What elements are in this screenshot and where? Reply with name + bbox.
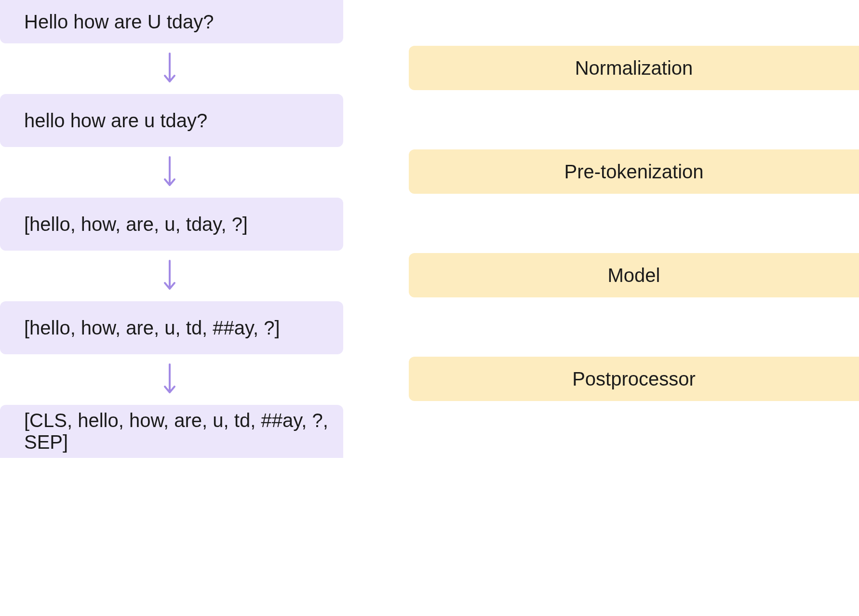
pipeline-box-input: Hello how are U tday? <box>0 0 343 43</box>
stage-box-model: Model <box>409 253 859 297</box>
stage-label: Pre-tokenization <box>564 161 703 183</box>
pipeline-box-text: hello how are u tday? <box>24 110 207 132</box>
pipeline-box-normalized: hello how are u tday? <box>0 94 343 147</box>
stage-label: Model <box>608 265 660 286</box>
stage-box-postprocessor: Postprocessor <box>409 357 859 401</box>
arrow-down-icon <box>159 52 180 85</box>
pipeline-box-text: [hello, how, are, u, td, ##ay, ?] <box>24 317 280 339</box>
diagram-canvas: Hello how are U tday? hello how are u td… <box>0 0 859 616</box>
pipeline-box-text: [CLS, hello, how, are, u, td, ##ay, ?, S… <box>24 410 343 453</box>
arrow-down-icon <box>159 155 180 189</box>
pipeline-box-postprocessed: [CLS, hello, how, are, u, td, ##ay, ?, S… <box>0 405 343 458</box>
stage-label: Normalization <box>575 57 693 79</box>
arrow-down-icon <box>159 362 180 396</box>
stage-box-pretokenization: Pre-tokenization <box>409 149 859 194</box>
pipeline-box-text: Hello how are U tday? <box>24 11 214 33</box>
pipeline-box-model-output: [hello, how, are, u, td, ##ay, ?] <box>0 301 343 354</box>
stage-box-normalization: Normalization <box>409 46 859 90</box>
pipeline-box-pretokenized: [hello, how, are, u, tday, ?] <box>0 198 343 251</box>
arrow-down-icon <box>159 259 180 293</box>
pipeline-box-text: [hello, how, are, u, tday, ?] <box>24 214 248 235</box>
stage-label: Postprocessor <box>572 368 696 390</box>
